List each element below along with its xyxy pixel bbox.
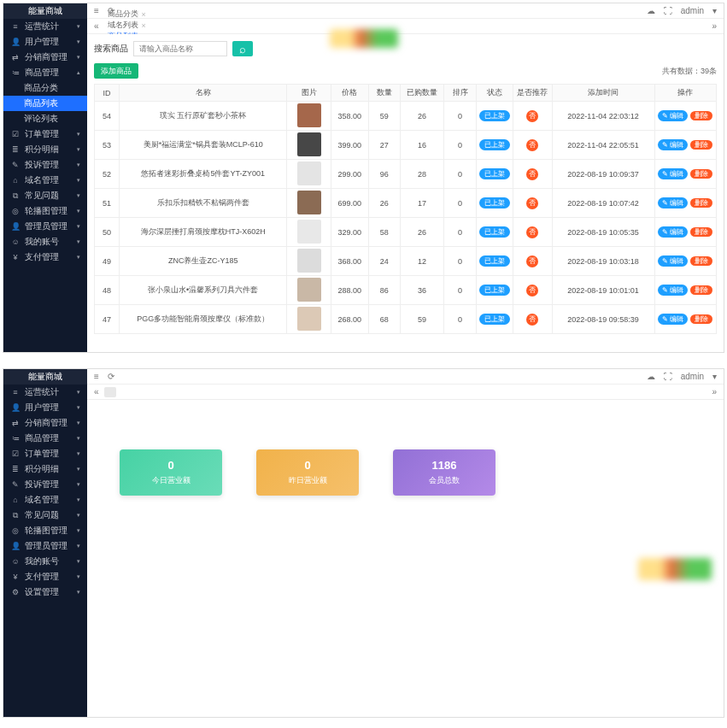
delete-button[interactable]: 删除 bbox=[690, 227, 712, 237]
tab-close-icon[interactable]: × bbox=[142, 10, 146, 19]
admin-caret-icon[interactable]: ▾ bbox=[712, 6, 717, 15]
sidebar-item[interactable]: ≔商品管理▾ bbox=[3, 431, 87, 446]
sidebar-item[interactable]: ☑订单管理▾ bbox=[3, 446, 87, 461]
edit-button[interactable]: ✎编辑 bbox=[658, 314, 688, 325]
sidebar-item[interactable]: ☑订单管理▾ bbox=[3, 126, 87, 142]
cell-id: 50 bbox=[95, 218, 120, 247]
recommend-badge[interactable]: 否 bbox=[526, 168, 538, 180]
recommend-badge[interactable]: 否 bbox=[526, 197, 538, 209]
status-badge[interactable]: 已上架 bbox=[479, 226, 510, 238]
message-icon[interactable]: ☁ bbox=[647, 6, 655, 15]
sidebar-item[interactable]: ≣积分明细▾ bbox=[3, 461, 87, 477]
caret-icon: ▾ bbox=[77, 38, 80, 45]
sidebar-item[interactable]: 👤用户管理▾ bbox=[3, 400, 87, 415]
tabs-next-icon[interactable]: » bbox=[712, 387, 717, 396]
sidebar-item[interactable]: ◎轮播图管理▾ bbox=[3, 523, 87, 538]
sidebar-item[interactable]: ✎投诉管理▾ bbox=[3, 477, 87, 492]
cell-image bbox=[287, 276, 331, 305]
delete-button[interactable]: 删除 bbox=[690, 285, 712, 295]
edit-button[interactable]: ✎编辑 bbox=[658, 255, 688, 267]
search-button[interactable]: ⌕ bbox=[232, 41, 253, 56]
cell-recommend: 否 bbox=[513, 276, 553, 305]
menu-toggle-icon[interactable]: ≡ bbox=[94, 372, 99, 381]
sidebar-item[interactable]: 👤用户管理▾ bbox=[3, 34, 87, 50]
sidebar-item[interactable]: ☺我的账号▾ bbox=[3, 234, 87, 250]
add-product-button[interactable]: 添加商品 bbox=[94, 63, 138, 79]
edit-button[interactable]: ✎编辑 bbox=[658, 139, 688, 150]
edit-button[interactable]: ✎编辑 bbox=[658, 285, 688, 296]
cell-time: 2022-11-04 22:03:12 bbox=[552, 102, 654, 131]
caret-icon: ▾ bbox=[77, 435, 80, 442]
delete-button[interactable]: 删除 bbox=[690, 111, 712, 120]
fullscreen-icon[interactable]: ⛶ bbox=[664, 372, 672, 381]
recommend-badge[interactable]: 否 bbox=[526, 314, 538, 326]
sidebar-subitem[interactable]: 评论列表 bbox=[3, 111, 87, 126]
sidebar-item[interactable]: ≔商品管理▴ bbox=[3, 65, 87, 80]
delete-button[interactable]: 删除 bbox=[690, 314, 712, 324]
sidebar-icon: ¥ bbox=[10, 253, 21, 261]
sidebar-item[interactable]: ⇄分销商管理▾ bbox=[3, 50, 87, 65]
delete-button[interactable]: 删除 bbox=[690, 140, 712, 150]
admin-label[interactable]: admin bbox=[681, 6, 704, 15]
status-badge[interactable]: 已上架 bbox=[479, 255, 510, 267]
status-badge[interactable]: 已上架 bbox=[479, 110, 510, 121]
home-tab-icon[interactable] bbox=[104, 387, 116, 397]
caret-icon: ▾ bbox=[77, 496, 80, 503]
message-icon[interactable]: ☁ bbox=[647, 372, 655, 381]
sidebar-icon: ¥ bbox=[10, 572, 21, 581]
search-input[interactable] bbox=[133, 41, 227, 56]
fullscreen-icon[interactable]: ⛶ bbox=[664, 6, 672, 15]
sidebar-item[interactable]: 👤管理员管理▾ bbox=[3, 219, 87, 234]
edit-button[interactable]: ✎编辑 bbox=[658, 226, 688, 238]
search-icon: ⌕ bbox=[239, 43, 246, 56]
status-badge[interactable]: 已上架 bbox=[479, 285, 510, 296]
cell-time: 2022-08-19 10:07:42 bbox=[552, 189, 654, 218]
sidebar-item[interactable]: 👤管理员管理▾ bbox=[3, 538, 87, 554]
sidebar-item[interactable]: ≡运营统计▾ bbox=[3, 19, 87, 34]
sidebar-item[interactable]: ¥支付管理▾ bbox=[3, 250, 87, 265]
tabs-prev-icon[interactable]: « bbox=[94, 21, 99, 31]
status-badge[interactable]: 已上架 bbox=[479, 168, 510, 179]
sidebar-subitem[interactable]: 商品列表 bbox=[3, 96, 87, 111]
edit-button[interactable]: ✎编辑 bbox=[658, 168, 688, 179]
sidebar-subitem[interactable]: 商品分类 bbox=[3, 80, 87, 96]
edit-button[interactable]: ✎编辑 bbox=[658, 197, 688, 208]
delete-button[interactable]: 删除 bbox=[690, 198, 712, 208]
recommend-badge[interactable]: 否 bbox=[526, 255, 538, 267]
sidebar-item[interactable]: ⌂域名管理▾ bbox=[3, 173, 87, 188]
sidebar-item[interactable]: ✎投诉管理▾ bbox=[3, 157, 87, 173]
recommend-badge[interactable]: 否 bbox=[526, 110, 538, 122]
sidebar-item[interactable]: ⚙设置管理▾ bbox=[3, 584, 87, 600]
tabs-prev-icon[interactable]: « bbox=[94, 387, 99, 396]
admin-caret-icon[interactable]: ▾ bbox=[712, 372, 717, 381]
sidebar-item[interactable]: ⌂域名管理▾ bbox=[3, 492, 87, 508]
tab[interactable]: 域名列表× bbox=[104, 20, 150, 31]
sidebar-item[interactable]: ¥支付管理▾ bbox=[3, 569, 87, 584]
tab-close-icon[interactable]: × bbox=[142, 21, 146, 30]
tab[interactable]: 商品分类× bbox=[104, 9, 150, 20]
cell-price: 699.00 bbox=[331, 189, 368, 218]
menu-toggle-icon[interactable]: ≡ bbox=[94, 6, 99, 15]
edit-button[interactable]: ✎编辑 bbox=[658, 110, 688, 121]
sidebar-item[interactable]: ⧉常见问题▾ bbox=[3, 508, 87, 523]
sidebar-icon: ☺ bbox=[10, 238, 21, 246]
recommend-badge[interactable]: 否 bbox=[526, 139, 538, 151]
sidebar-item[interactable]: ≡运营统计▾ bbox=[3, 385, 87, 400]
recommend-badge[interactable]: 否 bbox=[526, 226, 538, 238]
status-badge[interactable]: 已上架 bbox=[479, 139, 510, 150]
sidebar-item[interactable]: ◎轮播图管理▾ bbox=[3, 203, 87, 219]
sidebar-item[interactable]: ⧉常见问题▾ bbox=[3, 188, 87, 203]
delete-button[interactable]: 删除 bbox=[690, 256, 712, 266]
sidebar-item[interactable]: ≣积分明细▾ bbox=[3, 142, 87, 157]
sidebar-item[interactable]: ☺我的账号▾ bbox=[3, 554, 87, 569]
status-badge[interactable]: 已上架 bbox=[479, 197, 510, 208]
tabs-next-icon[interactable]: » bbox=[712, 21, 717, 31]
cell-status: 已上架 bbox=[476, 102, 513, 131]
refresh-icon[interactable]: ⟳ bbox=[108, 372, 114, 381]
stat-card: 0今日营业额 bbox=[120, 449, 222, 496]
admin-label[interactable]: admin bbox=[681, 372, 704, 381]
sidebar-item[interactable]: ⇄分销商管理▾ bbox=[3, 415, 87, 431]
recommend-badge[interactable]: 否 bbox=[526, 285, 538, 296]
delete-button[interactable]: 删除 bbox=[690, 169, 712, 179]
status-badge[interactable]: 已上架 bbox=[479, 314, 510, 325]
